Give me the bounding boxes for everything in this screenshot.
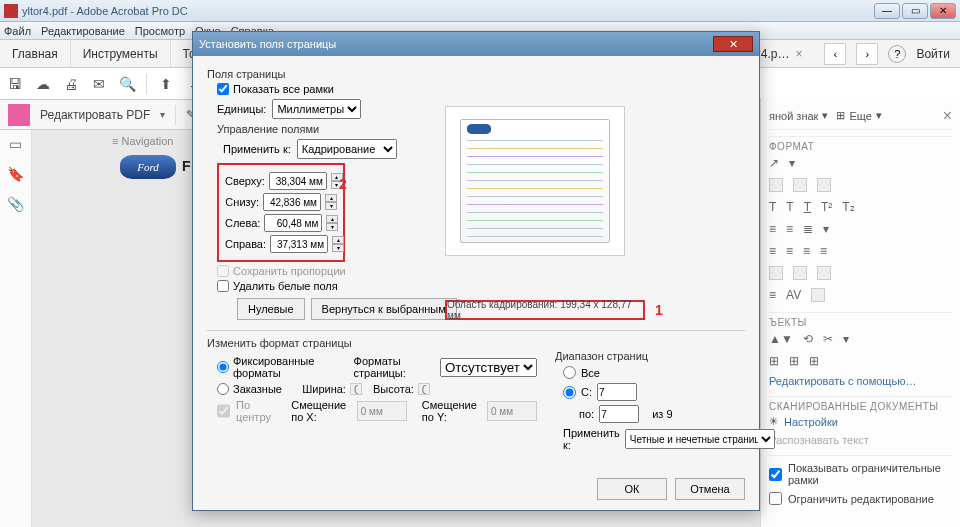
gear-icon[interactable]: ✳ [769,415,778,428]
tab-next-button[interactable]: › [856,43,878,65]
crop-icon[interactable]: ✂ [823,332,833,346]
margin-top-input[interactable] [269,172,327,190]
spacing-icon[interactable]: ≡ [769,288,776,302]
edit-with-link[interactable]: Редактировать с помощью… [769,375,916,387]
tab-home[interactable]: Главная [0,40,71,67]
tab-tools[interactable]: Инструменты [71,40,171,67]
page-range-group: Диапазон страниц Все С: по: из 9 Примени… [555,350,745,453]
rotate-icon[interactable]: ⟲ [803,332,813,346]
left-sidebar: ▭ 🔖 📎 [0,130,32,527]
annotation-marker-1: 1 [655,302,663,318]
window-minimize-button[interactable]: — [874,3,900,19]
apply-to-select[interactable]: Кадрирование [297,139,397,159]
pages-panel-icon[interactable]: ▭ [8,136,24,152]
spinner-icon[interactable]: ▴▾ [332,236,344,252]
font-button[interactable] [793,178,807,192]
text-underline-icon[interactable]: T [804,200,811,214]
recognize-text-label: Распознавать текст [769,434,869,446]
margin-bottom-input[interactable] [263,193,321,211]
dialog-close-button[interactable]: ✕ [713,36,753,52]
remove-white-checkbox[interactable] [217,280,229,292]
margin-left-input[interactable] [264,214,322,232]
menu-file[interactable]: Файл [4,25,31,37]
units-select[interactable]: Миллиметры [272,99,361,119]
zero-margins-button[interactable]: Нулевые [237,298,305,320]
text-small-t-icon[interactable]: T [786,200,793,214]
print-icon[interactable]: 🖨 [62,75,80,93]
help-icon[interactable]: ? [888,45,906,63]
show-all-frames-checkbox[interactable] [217,83,229,95]
mail-icon[interactable]: ✉ [90,75,108,93]
menu-edit[interactable]: Редактирование [41,25,125,37]
page-up-icon[interactable]: ⬆ [157,75,175,93]
edit-pdf-icon [8,104,30,126]
fields-group-label: Поля страницы [207,68,745,80]
menu-view[interactable]: Просмотр [135,25,185,37]
align-icon[interactable]: ≡ [786,244,793,258]
ok-button[interactable]: ОК [597,478,667,500]
tab-prev-button[interactable]: ‹ [824,43,846,65]
range-from-radio[interactable] [563,386,576,399]
spinner-icon[interactable]: ▴▾ [325,194,337,210]
av-spacing-icon[interactable]: AV [786,288,801,302]
save-icon[interactable]: 🖫 [6,75,24,93]
annotation-marker-2: 2 [339,176,347,192]
range-from-input[interactable] [597,383,637,401]
spinner-icon[interactable]: ▴▾ [326,215,338,231]
align-icon[interactable]: ≡ [769,244,776,258]
box-icon[interactable] [811,288,825,302]
align-center-icon[interactable]: ≡ [786,222,793,236]
title-app: Adobe Acrobat Pro DC [76,5,187,17]
title-file: yltor4.pdf [22,5,67,17]
chevron-down-icon[interactable]: ▾ [789,156,795,170]
watermark-link[interactable]: яной знак ▾ [769,109,828,122]
arrow-icon[interactable]: ↗ [769,156,779,170]
search-icon[interactable]: 🔍 [118,75,136,93]
box-icon[interactable] [817,266,831,280]
window-restore-button[interactable]: ▭ [902,3,928,19]
page-formats-select[interactable]: Отсутствует [440,358,537,377]
more-link[interactable]: ⊞ Еще ▾ [836,109,881,122]
offset-y-input [487,401,537,421]
align-icon[interactable]: ≡ [820,244,827,258]
box-icon[interactable] [793,266,807,280]
cancel-button[interactable]: Отмена [675,478,745,500]
align-left-icon[interactable]: ≡ [769,222,776,236]
font-button[interactable] [817,178,831,192]
fixed-formats-radio[interactable] [217,361,229,373]
close-icon[interactable]: × [795,47,802,61]
bullet-list-icon[interactable]: ≣ [803,222,813,236]
range-all-radio[interactable] [563,366,576,379]
text-T-icon[interactable]: T [769,200,776,214]
align-obj-icon[interactable]: ⊞ [809,354,819,368]
cloud-icon[interactable]: ☁ [34,75,52,93]
font-button[interactable] [769,178,783,192]
offset-x-input [357,401,407,421]
close-icon[interactable]: × [943,107,952,125]
align-obj-icon[interactable]: ⊞ [789,354,799,368]
subscript-icon[interactable]: T₂ [842,200,854,214]
bookmark-icon[interactable]: 🔖 [8,166,24,182]
flip-icon[interactable]: ▲▼ [769,332,793,346]
align-obj-icon[interactable]: ⊞ [769,354,779,368]
range-to-input[interactable] [599,405,639,423]
revert-selection-button[interactable]: Вернуться к выбранным [311,298,457,320]
section-objects: ЪЕКТЫ [769,312,952,328]
show-bounds-checkbox[interactable] [769,468,782,481]
window-close-button[interactable]: ✕ [930,3,956,19]
custom-formats-radio[interactable] [217,383,229,395]
superscript-icon[interactable]: T² [821,200,832,214]
login-link[interactable]: Войти [916,47,950,61]
box-icon[interactable] [769,266,783,280]
margins-highlight-box: Сверху:▴▾ Снизу:▴▾ Слева:▴▾ Справа:▴▾ [217,163,345,262]
settings-link[interactable]: Настройки [784,416,838,428]
margin-right-input[interactable] [270,235,328,253]
width-input [350,383,362,395]
page-preview [445,106,625,256]
restrict-edit-checkbox[interactable] [769,492,782,505]
align-icon[interactable]: ≡ [803,244,810,258]
attachment-icon[interactable]: 📎 [8,196,24,212]
chevron-down-icon[interactable]: ▾ [160,109,165,120]
dialog-titlebar[interactable]: Установить поля страницы ✕ [193,32,759,56]
range-apply-select[interactable]: Четные и нечетные страницы [625,429,775,449]
